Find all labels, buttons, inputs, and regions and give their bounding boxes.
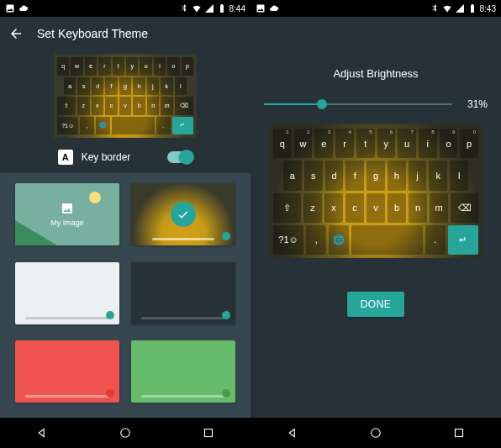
key: ⌫ (451, 193, 478, 223)
key: i (154, 57, 166, 76)
key: s (304, 161, 323, 190)
key: s (77, 77, 89, 96)
key: a (64, 77, 76, 96)
key: c (105, 97, 118, 115)
key: t5 (356, 129, 375, 158)
signal-icon (204, 3, 214, 13)
wifi-icon (442, 3, 452, 13)
key: ?1☺ (57, 117, 78, 135)
key: i8 (419, 129, 437, 158)
key: m (161, 97, 173, 115)
key: t (113, 57, 124, 76)
brightness-value: 31% (459, 98, 488, 110)
key: f (105, 77, 117, 96)
key: v (119, 97, 132, 115)
nav-recent-icon[interactable] (201, 425, 216, 440)
picture-icon (256, 3, 266, 13)
key: , (80, 117, 94, 135)
key: r (98, 57, 110, 76)
nav-recent-icon[interactable] (451, 425, 467, 440)
key: k (429, 161, 447, 190)
theme-light[interactable] (15, 262, 119, 324)
signal-icon (455, 3, 465, 13)
key: v (367, 193, 385, 223)
theme-red[interactable] (15, 340, 119, 403)
key: o9 (440, 129, 458, 158)
key: r4 (335, 129, 354, 158)
key: n (409, 193, 427, 223)
brightness-slider[interactable]: 31% (264, 98, 488, 110)
key: w2 (294, 129, 313, 158)
check-icon (171, 202, 196, 227)
key: ⇧ (57, 97, 76, 115)
key: p0 (460, 129, 478, 158)
status-time: 8:43 (480, 4, 496, 13)
bluetooth-icon (430, 3, 440, 13)
key: 🌐 (96, 117, 110, 135)
key: j (409, 161, 427, 190)
status-time: 8:44 (229, 4, 245, 13)
bluetooth-icon (179, 3, 189, 13)
key: e3 (314, 129, 333, 158)
theme-custom-selected[interactable] (131, 183, 235, 245)
key: q (57, 57, 69, 76)
key: k (161, 77, 172, 96)
cloud-icon (18, 3, 29, 13)
key: b (388, 193, 406, 223)
key: b (133, 97, 145, 115)
key: h (133, 77, 145, 96)
screen-brightness: 8:43 Adjust Brightness 31% q1w2e3r4t5y6u… (250, 0, 501, 448)
key: 🌐 (329, 225, 349, 255)
key: l (175, 77, 187, 96)
app-header: Set Keyboard Theme (0, 17, 250, 50)
screen-theme-picker: 8:44 Set Keyboard Theme qwertyuiopasdfgh… (0, 0, 250, 448)
key: d (325, 161, 344, 190)
key: u (140, 57, 151, 76)
key: z (303, 193, 322, 223)
nav-home-icon[interactable] (368, 425, 383, 440)
nav-back-icon[interactable] (34, 425, 50, 440)
nav-home-icon[interactable] (118, 425, 133, 440)
svg-rect-3 (456, 430, 463, 437)
theme-dark[interactable] (131, 262, 235, 324)
themes-grid: My Image (0, 173, 250, 418)
svg-point-2 (372, 429, 381, 438)
key: a (283, 161, 302, 190)
svg-point-0 (121, 429, 130, 438)
key: q1 (273, 129, 292, 158)
key: w (71, 57, 82, 76)
page-title: Set Keyboard Theme (37, 27, 148, 40)
key: y (126, 57, 138, 76)
theme-accent-dot (222, 232, 230, 240)
picture-icon (5, 3, 15, 13)
nav-back-icon[interactable] (285, 425, 300, 440)
key: . (156, 117, 171, 135)
battery-icon (217, 3, 227, 13)
key: d (92, 77, 103, 96)
brightness-title: Adjust Brightness (333, 67, 418, 80)
theme-green[interactable] (131, 340, 235, 403)
key (351, 225, 422, 255)
done-button[interactable]: DONE (347, 292, 405, 317)
svg-rect-1 (205, 430, 213, 437)
key: y6 (377, 129, 396, 158)
key: e (85, 57, 97, 76)
back-icon[interactable] (8, 26, 24, 41)
key: ↵ (172, 117, 193, 135)
wifi-icon (192, 3, 202, 13)
status-bar: 8:43 (250, 0, 501, 17)
key: o (167, 57, 179, 76)
key: g (367, 161, 385, 190)
key-border-toggle[interactable] (167, 151, 192, 163)
key-border-row: A Key border (0, 145, 250, 173)
key: h (388, 161, 406, 190)
theme-my-image[interactable]: My Image (15, 183, 119, 245)
key: l (450, 161, 468, 190)
key (112, 117, 155, 135)
key: j (147, 77, 159, 96)
key: m (430, 193, 448, 223)
battery-icon (467, 3, 477, 13)
nav-bar (0, 418, 250, 448)
nav-bar (250, 418, 501, 448)
key: u7 (398, 129, 416, 158)
